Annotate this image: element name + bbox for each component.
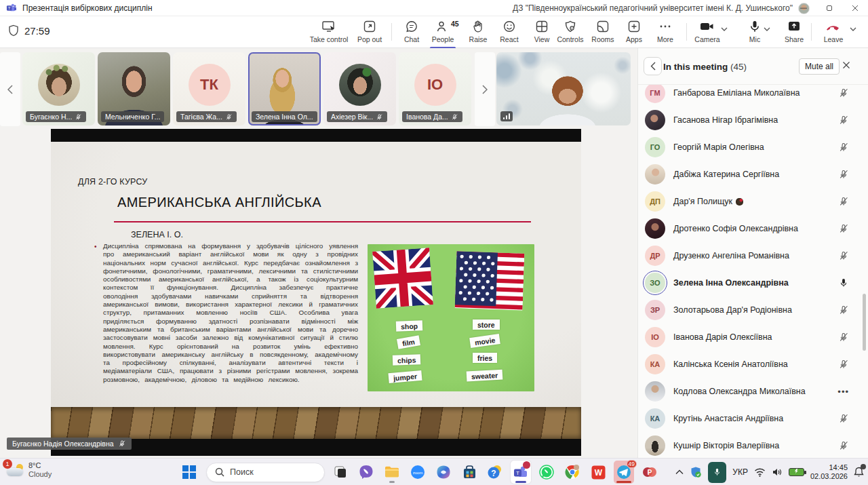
camera-button[interactable]: Camera: [692, 18, 723, 47]
camera-options-chevron[interactable]: [721, 27, 728, 31]
controls-button[interactable]: Controls: [555, 18, 586, 47]
photos-icon[interactable]: P: [639, 461, 660, 484]
participant-name-label: Мельниченко Г...: [101, 111, 164, 122]
zoom-icon[interactable]: zoom: [408, 461, 428, 484]
more-options-icon[interactable]: •••: [837, 387, 849, 397]
mute-all-button[interactable]: Mute all: [799, 58, 840, 75]
wifi-icon[interactable]: [754, 467, 766, 477]
view-button[interactable]: View: [526, 18, 557, 47]
quick-assist-icon[interactable]: ?: [485, 461, 505, 484]
people-count-badge: 45: [451, 20, 459, 28]
mic-off-icon: [838, 223, 849, 234]
scrollbar[interactable]: [863, 294, 866, 351]
participant-row[interactable]: ДП Дар'я Полищук: [638, 188, 868, 215]
task-view-icon[interactable]: [330, 461, 351, 484]
video-tile[interactable]: ІО Іванова Да...: [399, 52, 471, 125]
telegram-icon[interactable]: 49: [614, 461, 634, 484]
react-button[interactable]: React: [494, 18, 525, 47]
unread-badge: 49: [627, 460, 637, 468]
panel-title: In this meeting (45): [663, 62, 747, 72]
raise-button[interactable]: Raise: [462, 18, 494, 47]
slide-subtitle: ЗЕЛЕНА І. О.: [131, 230, 183, 239]
participant-row[interactable]: ДР Друзенко Ангеліна Романівна: [638, 242, 868, 269]
viber-icon[interactable]: [356, 461, 376, 484]
language-indicator[interactable]: УКР: [732, 467, 748, 477]
participant-row[interactable]: КА Крутінь Анастасія Андріївна: [638, 405, 868, 432]
tray-expand-chevron[interactable]: [675, 469, 684, 475]
participant-name-label: Ахіезер Вік...: [327, 111, 387, 122]
mic-off-icon: [838, 305, 849, 315]
rooms-button[interactable]: Rooms: [587, 18, 618, 47]
panel-header: In this meeting (45) Mute all: [638, 48, 868, 85]
vocab-word: store: [473, 319, 500, 330]
copilot-icon[interactable]: [433, 461, 454, 484]
slide-wood-floor: [51, 407, 581, 439]
avatar: ДП: [645, 191, 665, 212]
start-button[interactable]: [178, 461, 201, 484]
back-button[interactable]: [644, 57, 662, 75]
microsoft-store-icon[interactable]: [459, 461, 479, 484]
close-panel-icon[interactable]: [842, 61, 854, 69]
volume-icon[interactable]: [772, 467, 783, 477]
notification-badge: 1: [3, 459, 12, 469]
take-control-button[interactable]: Take control: [313, 18, 344, 47]
participant-row[interactable]: ГО Георгій Марія Олегівна: [638, 134, 868, 161]
mic-options-chevron[interactable]: [764, 27, 770, 31]
notifications-bell-icon[interactable]: [854, 467, 864, 478]
video-tile[interactable]: ТК Тагієва Жа...: [173, 52, 245, 125]
mic-button[interactable]: Mic: [739, 18, 770, 47]
close-button[interactable]: [842, 0, 868, 16]
strip-scroll-right[interactable]: [475, 52, 495, 126]
weather-widget[interactable]: 1 8°CCloudy: [5, 461, 52, 479]
more-icon: [658, 18, 672, 35]
video-frame: [248, 52, 321, 125]
chrome-icon[interactable]: [562, 461, 583, 484]
tray-clock[interactable]: 14:4502.03.2026: [810, 463, 848, 481]
whatsapp-icon[interactable]: [536, 461, 557, 484]
participant-row[interactable]: ЗО Зелена Інна Олександрівна: [638, 269, 868, 296]
participant-row[interactable]: Дабіжа Катерина Сергіївна: [638, 161, 868, 188]
minimize-button[interactable]: [791, 0, 816, 16]
video-tile[interactable]: Бугаєнко Н...: [22, 52, 95, 125]
participant-row[interactable]: Кушнір Вікторія Валеріївна: [638, 432, 868, 458]
video-tile[interactable]: Зелена Інна Ол...: [248, 52, 321, 125]
spotlight-video-tile[interactable]: [496, 52, 631, 125]
windows-security-icon[interactable]: [690, 466, 702, 478]
search-icon: [215, 467, 224, 477]
more-button[interactable]: More: [650, 18, 681, 47]
search-box[interactable]: Поиск: [206, 463, 325, 482]
strip-scroll-left[interactable]: [0, 52, 20, 126]
mic-off-icon: [838, 440, 849, 451]
leave-options-chevron[interactable]: [850, 27, 856, 31]
pop-out-button[interactable]: Pop out: [354, 18, 385, 47]
video-tile[interactable]: Ахіезер Вік...: [323, 52, 396, 125]
maximize-button[interactable]: [816, 0, 842, 16]
participant-name-label: Бугаєнко Н...: [26, 111, 86, 122]
participant-row[interactable]: ЗР Золотарьова Дар'я Родіонівна: [638, 296, 868, 324]
people-button[interactable]: 45 People: [427, 18, 458, 47]
teams-window: T Презентація вибіркових дисциплін ДЗ "П…: [0, 0, 868, 485]
chat-button[interactable]: Chat: [396, 18, 427, 47]
video-tile[interactable]: Мельниченко Г...: [98, 52, 170, 125]
active-mic-indicator[interactable]: [708, 462, 726, 483]
teams-taskbar-icon[interactable]: T: [511, 461, 531, 484]
presenter-label: Бугаєнко Надія Олександрівна: [7, 438, 132, 450]
bell-badge: [861, 464, 866, 469]
leave-button[interactable]: Leave: [818, 18, 849, 47]
apps-button[interactable]: Apps: [618, 18, 650, 47]
mic-off-icon: [838, 88, 849, 98]
wps-office-icon[interactable]: W: [588, 461, 608, 484]
file-explorer-icon[interactable]: [382, 461, 402, 484]
participant-row[interactable]: Кодлова Олександра Миколаївна •••: [638, 378, 868, 405]
battery-icon[interactable]: [789, 468, 804, 476]
svg-text:P: P: [648, 469, 652, 476]
meeting-toolbar: 27:59 Take control Pop out Chat 45 Peopl…: [0, 16, 868, 48]
participant-row[interactable]: Дротенко Софія Олександрівна: [638, 215, 868, 242]
participant-row[interactable]: КА Калінська Ксенія Анатоліївна: [638, 351, 868, 378]
mic-off-icon: [838, 142, 849, 153]
participant-row[interactable]: ІО Іванова Дарія Олексіївна: [638, 324, 868, 351]
avatar: ДР: [645, 246, 665, 266]
participant-row[interactable]: Гасанова Нігар Ібрагімівна: [638, 106, 868, 134]
avatar: ГМ: [645, 83, 665, 103]
share-button[interactable]: Share: [778, 18, 810, 47]
